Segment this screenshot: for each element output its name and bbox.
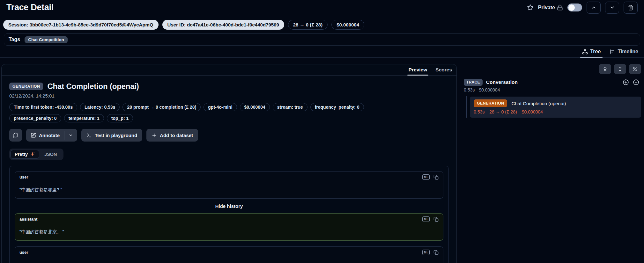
test-in-playground-button[interactable]: Test in playground [81, 129, 142, 142]
annotate-label: Annotate [39, 133, 60, 138]
content-area: Preview Scores GENERATION Chat Completio… [0, 58, 644, 263]
trace-detail-page: Trace Detail Private Sessi [0, 0, 644, 263]
message-tools: M↓ [422, 174, 439, 180]
format-toggle: Pretty JSON [9, 149, 63, 160]
privacy-toggle[interactable] [567, 4, 582, 11]
metric-badge: 28 prompt → 0 completion (Σ 28) [122, 103, 201, 111]
observation-preview-card: Preview Scores GENERATION Chat Completio… [1, 64, 457, 263]
circle-plus-icon[interactable] [623, 79, 629, 85]
message-header: assistant M↓ [15, 214, 443, 225]
tab-tree[interactable]: Tree [582, 49, 601, 57]
pen-square-icon [31, 133, 36, 138]
privacy-status: Private [538, 4, 563, 11]
trace-metrics: 0.53s $0.000004 [464, 87, 641, 92]
markdown-icon[interactable]: M↓ [422, 250, 430, 255]
show-percentages-button[interactable] [629, 64, 641, 74]
top-bar-actions: Private [527, 2, 638, 14]
tags-container[interactable]: Tags Chat Competition [4, 33, 640, 46]
trace-latency: 0.53s [464, 87, 475, 92]
format-json-option[interactable]: JSON [39, 150, 62, 158]
delete-trace-button[interactable] [624, 2, 638, 14]
copy-icon[interactable] [433, 250, 439, 255]
generation-timestamp: 02/12/2024, 14:25:01 [9, 93, 449, 99]
observation-title: Chat Completion (openai) [511, 101, 566, 106]
view-mode-tabs: Tree Timeline [0, 46, 644, 58]
lock-icon [557, 4, 563, 11]
chevron-down-icon [69, 133, 73, 137]
metric-badge: frequency_penalty: 0 [310, 103, 364, 111]
metric-badge: Time to first token: -430.00s [9, 103, 77, 111]
trace-type-badge: TRACE [464, 79, 483, 86]
chevron-down-icon [610, 5, 615, 10]
observation-type-badge: GENERATION [474, 99, 507, 107]
award-icon [603, 67, 608, 72]
copy-icon[interactable] [433, 217, 439, 222]
comment-button[interactable] [9, 129, 22, 142]
markdown-icon[interactable]: M↓ [422, 174, 430, 180]
messages-container: user M↓ "中国的首都是哪里? " Hide history assist… [9, 166, 449, 263]
chevron-up-icon [591, 5, 596, 10]
message-tools: M↓ [422, 250, 439, 255]
annotate-button[interactable]: Annotate [26, 129, 64, 142]
metric-badge: temperature: 1 [64, 114, 104, 122]
add-to-dataset-button[interactable]: Add to dataset [146, 129, 198, 142]
top-bar: Trace Detail Private [0, 0, 644, 15]
tab-tree-label: Tree [590, 49, 601, 55]
trace-tree-panel: TRACE Conversation 0.53s $0.000004 GENER… [464, 64, 641, 118]
tree-connector-line [466, 96, 467, 118]
pretty-label: Pretty [15, 152, 28, 157]
next-trace-button[interactable] [605, 2, 619, 14]
hide-history-button[interactable]: Hide history [15, 203, 443, 209]
message-role: user [19, 175, 28, 179]
metric-badge: gpt-4o-mini [204, 103, 237, 111]
tags-label: Tags [9, 37, 20, 42]
annotate-split-button: Annotate [26, 129, 77, 142]
playground-label: Test in playground [95, 133, 137, 138]
preview-body: GENERATION Chat Completion (openai) 02/1… [2, 76, 456, 263]
previous-trace-button[interactable] [587, 2, 601, 14]
cost-badge: $0.000004 [331, 20, 364, 30]
metric-badge: $0.000004 [240, 103, 270, 111]
message-header: user M↓ [15, 247, 443, 258]
observation-metrics: 0.53s 28 → 0 (Σ 28) $0.000004 [474, 109, 637, 114]
token-usage-badge: 28 → 0 (Σ 28) [288, 20, 328, 30]
observation-tree: GENERATION Chat Completion (openai) 0.53… [464, 97, 641, 118]
user-id-badge[interactable]: User ID: dc47a41e-06bc-400d-bde1-f0e440d… [162, 20, 284, 30]
annotate-dropdown-button[interactable] [64, 129, 77, 142]
format-pretty-option[interactable]: Pretty [11, 150, 39, 159]
preview-tabs: Preview Scores [2, 64, 456, 76]
observation-head: GENERATION Chat Completion (openai) [474, 99, 637, 107]
message-role: assistant [19, 217, 37, 222]
tab-preview[interactable]: Preview [409, 67, 427, 75]
metric-badge: stream: true [273, 103, 307, 111]
metric-badge: top_p: 1 [107, 114, 133, 122]
tab-timeline[interactable]: Timeline [610, 49, 638, 57]
tab-scores[interactable]: Scores [435, 67, 452, 75]
percent-icon [633, 67, 638, 72]
show-scores-button[interactable] [599, 64, 611, 74]
plus-icon [152, 133, 157, 138]
message-role: user [19, 250, 28, 255]
comment-icon [13, 132, 19, 138]
star-icon[interactable] [527, 4, 534, 11]
observation-row-selected[interactable]: GENERATION Chat Completion (openai) 0.53… [470, 97, 641, 118]
message-gap [15, 241, 443, 246]
markdown-icon[interactable]: M↓ [422, 216, 430, 222]
collapse-all-button[interactable] [614, 64, 626, 74]
copy-icon[interactable] [433, 175, 439, 180]
trace-cost: $0.000004 [479, 87, 500, 92]
message-card-user-2: user M↓ "谢谢" [15, 246, 443, 263]
metric-badge: Latency: 0.53s [80, 103, 120, 111]
message-tools: M↓ [422, 216, 439, 222]
message-content: "谢谢" [15, 258, 443, 263]
dataset-label: Add to dataset [160, 133, 193, 138]
trace-root-row[interactable]: TRACE Conversation [464, 79, 641, 86]
generation-metrics-badges: Time to first token: -430.00s Latency: 0… [9, 103, 408, 122]
fold-vertical-icon [618, 67, 623, 72]
session-badge[interactable]: Session: 3bb00ec7-1b13-4c9b-85ee-3d9d70f… [3, 20, 159, 30]
circle-minus-icon[interactable] [633, 79, 639, 85]
message-card-assistant: assistant M↓ "中国的首都是北京。 " [15, 213, 443, 241]
tag-chip[interactable]: Chat Competition [25, 36, 68, 43]
generation-title: Chat Completion (openai) [47, 82, 139, 91]
tree-icon [582, 49, 588, 55]
